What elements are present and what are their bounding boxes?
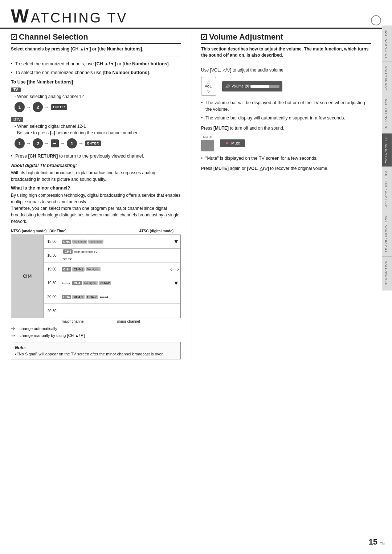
ntsc-col: CH4 — [11, 235, 44, 318]
channel-selection-title: ✓ Channel Selection — [11, 32, 181, 44]
main-content: ✓ Channel Selection Select channels by p… — [0, 29, 382, 367]
channel-labels: major channel minor channel — [11, 319, 181, 323]
channel-bullets: To select the memorized channels, use [C… — [11, 61, 181, 76]
time-1800: 18:00 — [44, 235, 60, 249]
bullet-non-memorized: To select the non-memorized channels use… — [11, 69, 181, 76]
time-1830: 18:30 — [44, 249, 60, 262]
ch4-row5: CH4 — [62, 295, 71, 299]
mute-button-widget — [201, 140, 214, 151]
vol-instruction: Use [VOL. △/▽] to adjust the audio volum… — [201, 67, 371, 73]
arrow-2: → — [44, 104, 49, 110]
divider-2 — [201, 63, 371, 63]
nosig-row1b: No signal — [88, 240, 103, 244]
atsc-col: CH4 No signal No signal ▼ CH4 (high defi… — [60, 235, 180, 318]
volume-subtitle: This section describes how to adjust the… — [201, 46, 371, 58]
vol-button-display: △ VOL. ▽ 🔊 Volume 20 — [201, 77, 371, 96]
btn-2-digital: 2 — [33, 138, 43, 148]
tab-introduction[interactable]: INTRODUCTION — [382, 25, 392, 62]
left-column: ✓ Channel Selection Select channels by p… — [11, 32, 181, 359]
vol-bar-inner — [250, 85, 279, 88]
mute-bullets: "Mute" is displayed on the TV screen for… — [201, 155, 371, 162]
minor-channel-text: By using high compression technology, di… — [11, 192, 181, 225]
mute-instruction: Press [MUTE] to turn off and on the soun… — [201, 125, 371, 131]
arrows-lr-3: ⇐⇒ — [170, 266, 179, 272]
vol-bullets: The volume bar will be displayed at the … — [201, 99, 371, 121]
nosig-row1a: No signal — [72, 240, 87, 244]
ch4-row2: CH4 — [63, 249, 73, 254]
about-digital-heading: About digital TV broadcasting: — [11, 163, 181, 168]
nosig-row3: No signal — [86, 267, 101, 271]
note-title: Note: — [15, 345, 177, 350]
bullet-memorized: To select the memorized channels, use [C… — [11, 61, 181, 67]
vol-bar-fill — [250, 85, 269, 88]
ch4-row3: CH4 — [62, 267, 71, 272]
arrow-d3: → — [60, 140, 65, 146]
dtv-badge: DTV — [11, 117, 23, 122]
atsc-row-1: CH4 No signal No signal ▼ — [60, 235, 180, 249]
volume-adjustment-title: ✓ Volume Adjustment — [201, 32, 371, 44]
ch4-1-row3: CH4-1 — [72, 267, 85, 272]
digital-label-line1: - When selecting digital channel 12-1 — [11, 124, 181, 129]
btn-enter-digital: ENTER — [85, 140, 101, 146]
btn-1-digital: 1 — [15, 138, 25, 148]
btn-2-analog: 2 — [33, 102, 43, 112]
arrow-d4: → — [78, 140, 83, 146]
time-1930: 19:30 — [44, 276, 60, 290]
about-digital-text: With its high definition broadcast, digi… — [11, 170, 181, 183]
vol-bullet-2: The volume bar display will automaticall… — [201, 115, 371, 121]
diagram-header: NTSC (analog mode) [Air Time] ATSC (digi… — [11, 229, 181, 233]
vol-checkbox-icon: ✓ — [201, 34, 207, 40]
volume-number: 20 — [245, 84, 249, 88]
vol-bullet-1: The volume bar will be displayed at the … — [201, 99, 371, 113]
tab-troubleshooting[interactable]: TROUBLESHOOTING — [382, 211, 392, 256]
time-2000: 20:00 — [44, 290, 60, 304]
arrows-lr-5: ⇐⇒ — [100, 294, 109, 300]
tab-information[interactable]: INFORMATION — [382, 256, 392, 290]
ch4-1-row5: CH4-1 — [72, 295, 85, 299]
tab-watching-tv[interactable]: WATCHING TV — [382, 133, 392, 167]
atsc-row-6 — [60, 304, 180, 314]
mute-x-icon: ✕ — [225, 140, 229, 146]
btn-enter-analog: ENTER — [51, 104, 67, 110]
vol-label: VOL. — [205, 85, 212, 88]
tv-badge: TV — [11, 87, 21, 92]
ch-return-bullets: Press [CH RETURN] to return to the previ… — [11, 153, 181, 159]
mute-display: MUTE ✕ Mute — [201, 135, 371, 151]
to-use-number-heading: To Use [the Number buttons] — [11, 80, 181, 85]
tab-optional-setting[interactable]: OPTIONAL SETTING — [382, 167, 392, 211]
speaker-icon: 🔊 — [225, 84, 230, 89]
solid-arrow-icon: ➔ — [11, 326, 15, 331]
nosig-row4: No signal — [83, 281, 98, 285]
side-tabs: INTRODUCTION CONNECTION INITIAL SETTING … — [382, 25, 392, 290]
right-column: ✓ Volume Adjustment This section describ… — [192, 32, 371, 359]
vol-bar-display: 🔊 Volume 20 — [222, 81, 282, 91]
header-circle-decoration — [371, 15, 381, 25]
page-number: 15 — [369, 537, 377, 547]
btn-sequence-digital: 1 → 2 → – → 1 → ENTER — [15, 138, 181, 148]
arrow-1: → — [26, 104, 31, 110]
channel-selection-subtitle: Select channels by pressing [CH ▲/▼] or … — [11, 46, 181, 52]
arrow-d1: → — [26, 140, 31, 146]
btn-1-analog: 1 — [15, 102, 25, 112]
analog-label: - When selecting analog channel 12 — [11, 94, 181, 99]
legend: ➔ : change automatically ⇒ : change manu… — [11, 326, 181, 338]
hd-label: (high definition TV) — [74, 250, 98, 253]
time-col: 18:00 18:30 19:00 19:30 20:00 20:30 — [44, 235, 60, 318]
mute-bullet-1: "Mute" is displayed on the TV screen for… — [201, 155, 371, 162]
divider-1 — [11, 57, 181, 57]
btn-sequence-analog: 1 → 2 → ENTER — [15, 102, 181, 112]
tab-connection[interactable]: CONNECTION — [382, 62, 392, 94]
page-lang: EN — [380, 542, 385, 546]
tab-initial-setting[interactable]: INITIAL SETTING — [382, 94, 392, 133]
btn-1b-digital: 1 — [67, 138, 77, 148]
ch4-row4: CH4 — [72, 281, 82, 285]
page-header: WATCHING TV — [0, 0, 392, 29]
mute-label-above: MUTE — [203, 135, 212, 139]
ch-return-bullet: Press [CH RETURN] to return to the previ… — [11, 153, 181, 159]
ch4-2-row4: CH4-2 — [99, 281, 111, 285]
note-box: Note: • "No Signal" will appear on the T… — [11, 342, 181, 359]
digital-label-line2: Be sure to press [–] before entering the… — [11, 130, 181, 135]
atsc-row-4: ⇐⇒ CH4 No signal CH4-2 ▼ — [60, 276, 180, 290]
time-2030: 20:30 — [44, 304, 60, 318]
mute-label-box: ✕ Mute — [220, 139, 245, 147]
